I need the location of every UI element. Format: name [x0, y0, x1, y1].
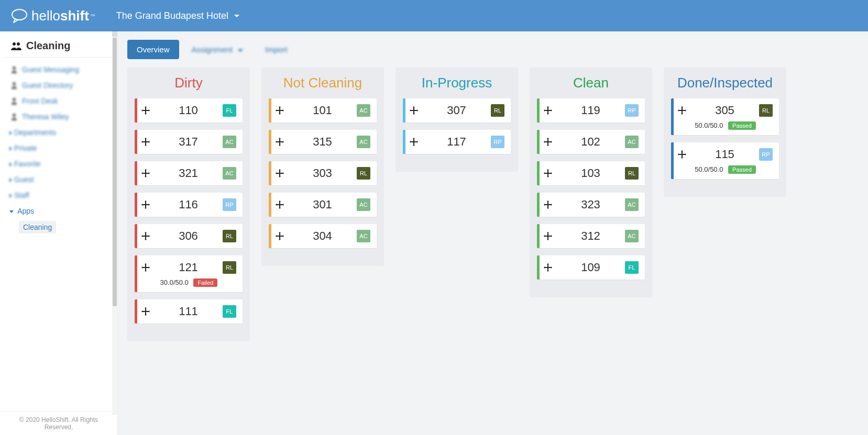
- assignee-badge: AC: [357, 104, 370, 117]
- room-card[interactable]: 119RP: [537, 98, 645, 122]
- assignee-badge: AC: [625, 198, 639, 211]
- tab-import[interactable]: Import: [256, 40, 297, 59]
- sidebar-section-guest[interactable]: Guest: [9, 172, 111, 187]
- drag-handle-icon[interactable]: [678, 150, 690, 159]
- tab-overview[interactable]: Overview: [127, 40, 179, 59]
- sidebar-section-staff[interactable]: Staff: [9, 187, 111, 203]
- assignee-badge: RP: [759, 148, 773, 161]
- scrollbar[interactable]: [112, 31, 117, 415]
- sidebar-section-label: Staff: [14, 191, 29, 199]
- room-number: 119: [556, 104, 625, 117]
- room-card[interactable]: 317AC: [135, 130, 243, 154]
- room-card[interactable]: 110FL: [135, 98, 243, 122]
- room-card[interactable]: 323AC: [537, 193, 645, 217]
- drag-handle-icon[interactable]: [276, 169, 288, 177]
- room-card[interactable]: 115RP50.0/50.0 Passed: [671, 142, 779, 179]
- caret-right-icon: [9, 194, 12, 198]
- drag-handle-icon[interactable]: [276, 106, 288, 115]
- sidebar-section-departments[interactable]: Departments: [9, 125, 111, 140]
- drag-handle-icon[interactable]: [141, 232, 154, 240]
- drag-handle-icon[interactable]: [276, 232, 288, 240]
- sidebar-subitem-cleaning[interactable]: Cleaning: [19, 221, 56, 233]
- room-card[interactable]: 102AC: [537, 130, 645, 154]
- room-card[interactable]: 103RL: [537, 161, 645, 185]
- room-card[interactable]: 304AC: [269, 224, 377, 248]
- drag-handle-icon[interactable]: [141, 200, 154, 209]
- assignee-badge: AC: [625, 230, 639, 242]
- main-content: Overview Assignment Import Dirty110FL317…: [118, 31, 868, 435]
- drag-handle-icon[interactable]: [544, 138, 556, 146]
- room-card[interactable]: 111FL: [135, 299, 243, 324]
- sidebar-nav-item[interactable]: Guest Messaging: [9, 62, 111, 77]
- room-card[interactable]: 301AC: [269, 193, 377, 217]
- drag-handle-icon[interactable]: [141, 106, 154, 115]
- card-meta: 50.0/50.0 Passed: [678, 165, 773, 174]
- room-number: 312: [556, 229, 625, 243]
- drag-handle-icon[interactable]: [410, 138, 422, 146]
- sidebar-section-apps[interactable]: Apps: [9, 203, 111, 219]
- sidebar-title: Cleaning: [26, 40, 70, 52]
- sidebar-section-label: Guest: [14, 175, 34, 184]
- room-card[interactable]: 117RP: [403, 130, 511, 154]
- drag-handle-icon[interactable]: [276, 200, 288, 209]
- room-number: 102: [556, 135, 625, 149]
- room-card[interactable]: 315AC: [269, 130, 377, 154]
- room-number: 117: [422, 135, 491, 149]
- drag-handle-icon[interactable]: [544, 263, 556, 272]
- room-card[interactable]: 116RP: [135, 193, 243, 217]
- sidebar-section-private[interactable]: Private: [9, 140, 111, 156]
- svg-point-2: [17, 42, 20, 46]
- users-icon: [10, 41, 22, 51]
- tab-assignment-label: Assignment: [192, 45, 233, 54]
- drag-handle-icon[interactable]: [276, 138, 288, 146]
- room-number: 116: [154, 198, 223, 211]
- sidebar-nav-item[interactable]: Theresa Wiley: [9, 109, 111, 125]
- drag-handle-icon[interactable]: [141, 263, 154, 272]
- assignee-badge: RL: [759, 104, 773, 117]
- drag-handle-icon[interactable]: [678, 106, 690, 115]
- nav-icon: [10, 82, 22, 89]
- assignee-badge: RL: [625, 167, 639, 180]
- speech-bubble-icon: [10, 8, 28, 24]
- room-number: 301: [288, 198, 357, 211]
- assignee-badge: RP: [491, 136, 504, 148]
- sidebar-nav-item[interactable]: Guest Directory: [9, 77, 111, 93]
- room-number: 321: [154, 166, 223, 180]
- drag-handle-icon[interactable]: [141, 307, 154, 316]
- drag-handle-icon[interactable]: [544, 106, 556, 115]
- inspection-score: 50.0/50.0: [695, 121, 723, 129]
- room-card[interactable]: 312AC: [537, 224, 645, 248]
- column-title: Dirty: [135, 75, 243, 91]
- tab-assignment[interactable]: Assignment: [182, 40, 253, 59]
- drag-handle-icon[interactable]: [410, 106, 422, 115]
- brand-logo[interactable]: helloshift™: [10, 8, 95, 24]
- status-badge: Failed: [193, 278, 217, 287]
- room-card[interactable]: 121RL30.0/50.0 Failed: [135, 255, 243, 292]
- room-card[interactable]: 321AC: [135, 161, 243, 185]
- hotel-dropdown[interactable]: The Grand Budapest Hotel: [116, 10, 239, 21]
- drag-handle-icon[interactable]: [544, 169, 556, 177]
- room-card[interactable]: 307RL: [403, 98, 511, 122]
- svg-point-6: [13, 114, 16, 117]
- svg-point-5: [13, 98, 16, 101]
- room-card[interactable]: 305RL50.0/50.0 Passed: [671, 98, 779, 135]
- drag-handle-icon[interactable]: [544, 200, 556, 209]
- room-card[interactable]: 109FL: [537, 255, 645, 280]
- assignee-badge: AC: [357, 230, 370, 242]
- room-card[interactable]: 306RL: [135, 224, 243, 248]
- hotel-name: The Grand Budapest Hotel: [116, 10, 228, 21]
- sidebar-blurred-section: Guest MessagingGuest DirectoryFront Desk…: [9, 62, 111, 203]
- scrollbar-thumb[interactable]: [113, 38, 117, 306]
- room-card[interactable]: 303RL: [269, 161, 377, 185]
- sidebar-nav-item[interactable]: Front Desk: [9, 93, 111, 109]
- drag-handle-icon[interactable]: [141, 169, 154, 177]
- sidebar-section-favorite[interactable]: Favorite: [9, 156, 111, 172]
- drag-handle-icon[interactable]: [141, 138, 154, 146]
- kanban-board: Dirty110FL317AC321AC116RP306RL121RL30.0/…: [127, 68, 859, 341]
- room-card[interactable]: 101AC: [269, 98, 377, 122]
- sidebar-section-label: Private: [14, 144, 37, 152]
- drag-handle-icon[interactable]: [544, 232, 556, 240]
- room-number: 306: [154, 229, 223, 243]
- assignee-badge: AC: [223, 167, 236, 180]
- inspection-score: 30.0/50.0: [160, 278, 189, 286]
